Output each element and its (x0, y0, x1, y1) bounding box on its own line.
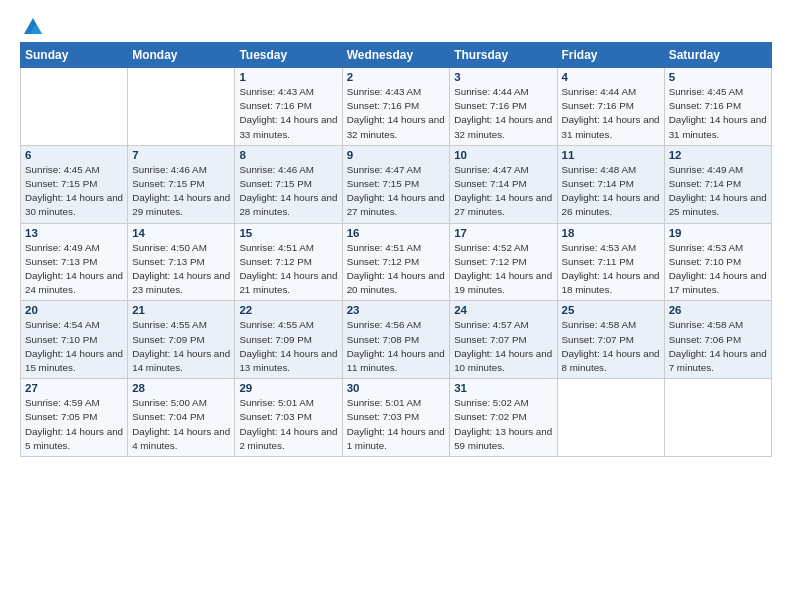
day-detail: Sunrise: 5:02 AM Sunset: 7:02 PM Dayligh… (454, 396, 552, 453)
calendar-cell: 5Sunrise: 4:45 AM Sunset: 7:16 PM Daylig… (664, 68, 771, 146)
day-detail: Sunrise: 4:45 AM Sunset: 7:15 PM Dayligh… (25, 163, 123, 220)
calendar-cell: 17Sunrise: 4:52 AM Sunset: 7:12 PM Dayli… (450, 223, 557, 301)
day-detail: Sunrise: 4:44 AM Sunset: 7:16 PM Dayligh… (562, 85, 660, 142)
calendar-cell: 6Sunrise: 4:45 AM Sunset: 7:15 PM Daylig… (21, 145, 128, 223)
calendar-cell (128, 68, 235, 146)
day-number: 3 (454, 71, 552, 83)
day-number: 15 (239, 227, 337, 239)
day-number: 13 (25, 227, 123, 239)
day-detail: Sunrise: 4:51 AM Sunset: 7:12 PM Dayligh… (239, 241, 337, 298)
day-detail: Sunrise: 4:44 AM Sunset: 7:16 PM Dayligh… (454, 85, 552, 142)
day-detail: Sunrise: 4:49 AM Sunset: 7:13 PM Dayligh… (25, 241, 123, 298)
weekday-header-tuesday: Tuesday (235, 43, 342, 68)
calendar-cell: 8Sunrise: 4:46 AM Sunset: 7:15 PM Daylig… (235, 145, 342, 223)
logo-icon (22, 16, 44, 38)
weekday-header-sunday: Sunday (21, 43, 128, 68)
weekday-header-monday: Monday (128, 43, 235, 68)
calendar-cell (664, 379, 771, 457)
day-detail: Sunrise: 4:45 AM Sunset: 7:16 PM Dayligh… (669, 85, 767, 142)
day-number: 26 (669, 304, 767, 316)
day-number: 22 (239, 304, 337, 316)
calendar-cell: 2Sunrise: 4:43 AM Sunset: 7:16 PM Daylig… (342, 68, 450, 146)
day-detail: Sunrise: 4:43 AM Sunset: 7:16 PM Dayligh… (239, 85, 337, 142)
logo (20, 16, 44, 34)
day-detail: Sunrise: 4:56 AM Sunset: 7:08 PM Dayligh… (347, 318, 446, 375)
day-number: 29 (239, 382, 337, 394)
day-detail: Sunrise: 4:48 AM Sunset: 7:14 PM Dayligh… (562, 163, 660, 220)
day-number: 14 (132, 227, 230, 239)
day-number: 31 (454, 382, 552, 394)
day-detail: Sunrise: 4:51 AM Sunset: 7:12 PM Dayligh… (347, 241, 446, 298)
weekday-header-thursday: Thursday (450, 43, 557, 68)
day-detail: Sunrise: 4:46 AM Sunset: 7:15 PM Dayligh… (239, 163, 337, 220)
calendar-cell: 27Sunrise: 4:59 AM Sunset: 7:05 PM Dayli… (21, 379, 128, 457)
calendar-cell: 21Sunrise: 4:55 AM Sunset: 7:09 PM Dayli… (128, 301, 235, 379)
calendar-cell: 24Sunrise: 4:57 AM Sunset: 7:07 PM Dayli… (450, 301, 557, 379)
calendar-cell: 10Sunrise: 4:47 AM Sunset: 7:14 PM Dayli… (450, 145, 557, 223)
day-detail: Sunrise: 4:47 AM Sunset: 7:14 PM Dayligh… (454, 163, 552, 220)
day-number: 20 (25, 304, 123, 316)
calendar-cell: 16Sunrise: 4:51 AM Sunset: 7:12 PM Dayli… (342, 223, 450, 301)
day-number: 27 (25, 382, 123, 394)
calendar-cell: 31Sunrise: 5:02 AM Sunset: 7:02 PM Dayli… (450, 379, 557, 457)
day-number: 8 (239, 149, 337, 161)
day-number: 11 (562, 149, 660, 161)
calendar-cell: 3Sunrise: 4:44 AM Sunset: 7:16 PM Daylig… (450, 68, 557, 146)
calendar-cell: 26Sunrise: 4:58 AM Sunset: 7:06 PM Dayli… (664, 301, 771, 379)
day-detail: Sunrise: 4:54 AM Sunset: 7:10 PM Dayligh… (25, 318, 123, 375)
calendar-cell (21, 68, 128, 146)
day-number: 30 (347, 382, 446, 394)
day-detail: Sunrise: 4:59 AM Sunset: 7:05 PM Dayligh… (25, 396, 123, 453)
calendar-cell: 30Sunrise: 5:01 AM Sunset: 7:03 PM Dayli… (342, 379, 450, 457)
day-number: 28 (132, 382, 230, 394)
calendar-cell: 20Sunrise: 4:54 AM Sunset: 7:10 PM Dayli… (21, 301, 128, 379)
day-detail: Sunrise: 5:01 AM Sunset: 7:03 PM Dayligh… (239, 396, 337, 453)
day-detail: Sunrise: 4:57 AM Sunset: 7:07 PM Dayligh… (454, 318, 552, 375)
day-number: 19 (669, 227, 767, 239)
day-number: 5 (669, 71, 767, 83)
day-detail: Sunrise: 4:55 AM Sunset: 7:09 PM Dayligh… (132, 318, 230, 375)
day-detail: Sunrise: 4:50 AM Sunset: 7:13 PM Dayligh… (132, 241, 230, 298)
day-number: 9 (347, 149, 446, 161)
calendar-cell: 4Sunrise: 4:44 AM Sunset: 7:16 PM Daylig… (557, 68, 664, 146)
day-detail: Sunrise: 4:47 AM Sunset: 7:15 PM Dayligh… (347, 163, 446, 220)
day-number: 25 (562, 304, 660, 316)
day-number: 24 (454, 304, 552, 316)
calendar-cell: 18Sunrise: 4:53 AM Sunset: 7:11 PM Dayli… (557, 223, 664, 301)
weekday-header-wednesday: Wednesday (342, 43, 450, 68)
calendar-cell: 11Sunrise: 4:48 AM Sunset: 7:14 PM Dayli… (557, 145, 664, 223)
calendar-cell: 29Sunrise: 5:01 AM Sunset: 7:03 PM Dayli… (235, 379, 342, 457)
day-detail: Sunrise: 4:53 AM Sunset: 7:10 PM Dayligh… (669, 241, 767, 298)
weekday-header-saturday: Saturday (664, 43, 771, 68)
calendar-cell: 1Sunrise: 4:43 AM Sunset: 7:16 PM Daylig… (235, 68, 342, 146)
calendar-cell: 23Sunrise: 4:56 AM Sunset: 7:08 PM Dayli… (342, 301, 450, 379)
day-detail: Sunrise: 5:00 AM Sunset: 7:04 PM Dayligh… (132, 396, 230, 453)
day-number: 1 (239, 71, 337, 83)
day-detail: Sunrise: 5:01 AM Sunset: 7:03 PM Dayligh… (347, 396, 446, 453)
day-detail: Sunrise: 4:55 AM Sunset: 7:09 PM Dayligh… (239, 318, 337, 375)
day-detail: Sunrise: 4:58 AM Sunset: 7:06 PM Dayligh… (669, 318, 767, 375)
calendar-cell: 12Sunrise: 4:49 AM Sunset: 7:14 PM Dayli… (664, 145, 771, 223)
calendar-cell: 19Sunrise: 4:53 AM Sunset: 7:10 PM Dayli… (664, 223, 771, 301)
day-number: 10 (454, 149, 552, 161)
calendar-cell: 7Sunrise: 4:46 AM Sunset: 7:15 PM Daylig… (128, 145, 235, 223)
day-detail: Sunrise: 4:58 AM Sunset: 7:07 PM Dayligh… (562, 318, 660, 375)
calendar-cell: 14Sunrise: 4:50 AM Sunset: 7:13 PM Dayli… (128, 223, 235, 301)
calendar-cell: 9Sunrise: 4:47 AM Sunset: 7:15 PM Daylig… (342, 145, 450, 223)
day-number: 18 (562, 227, 660, 239)
calendar-cell (557, 379, 664, 457)
day-detail: Sunrise: 4:49 AM Sunset: 7:14 PM Dayligh… (669, 163, 767, 220)
calendar-cell: 13Sunrise: 4:49 AM Sunset: 7:13 PM Dayli… (21, 223, 128, 301)
calendar-cell: 15Sunrise: 4:51 AM Sunset: 7:12 PM Dayli… (235, 223, 342, 301)
day-number: 23 (347, 304, 446, 316)
day-number: 4 (562, 71, 660, 83)
day-number: 6 (25, 149, 123, 161)
calendar-cell: 25Sunrise: 4:58 AM Sunset: 7:07 PM Dayli… (557, 301, 664, 379)
calendar-cell: 28Sunrise: 5:00 AM Sunset: 7:04 PM Dayli… (128, 379, 235, 457)
day-number: 16 (347, 227, 446, 239)
day-number: 2 (347, 71, 446, 83)
day-number: 12 (669, 149, 767, 161)
day-detail: Sunrise: 4:43 AM Sunset: 7:16 PM Dayligh… (347, 85, 446, 142)
day-detail: Sunrise: 4:53 AM Sunset: 7:11 PM Dayligh… (562, 241, 660, 298)
page-header (20, 16, 772, 34)
